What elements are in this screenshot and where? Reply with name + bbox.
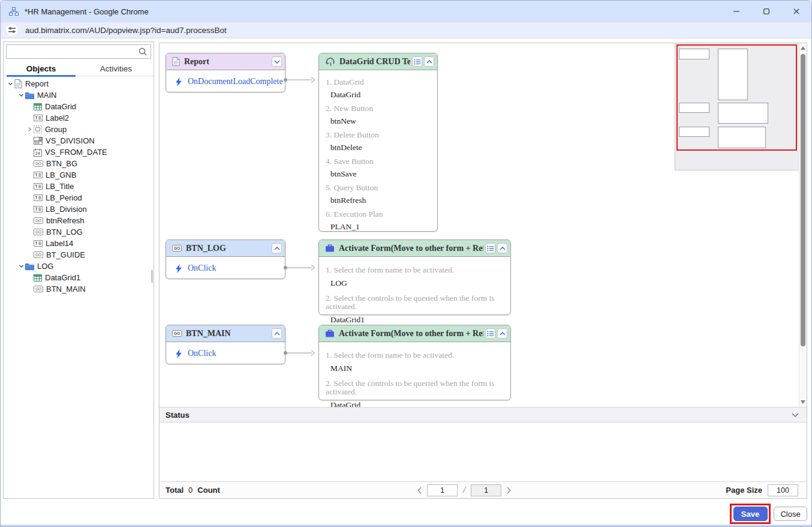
flow-canvas[interactable]: Report OnDocumentLoadComplete DataGrid C… [160, 43, 807, 407]
sidebar-scrollbar[interactable] [151, 270, 153, 283]
chevron-down-icon[interactable] [17, 264, 25, 269]
page-size-input[interactable] [768, 484, 798, 496]
group-icon [34, 125, 42, 133]
label-icon [34, 206, 43, 212]
minimap[interactable] [675, 43, 800, 170]
collapse-toggle-button[interactable] [272, 243, 282, 253]
tune-icon[interactable] [6, 24, 18, 36]
collapse-toggle-button[interactable] [272, 56, 282, 67]
collapse-toggle-button[interactable] [497, 243, 507, 253]
tree-item-btn-main[interactable]: BTN_MAIN [4, 283, 154, 295]
status-panel-body [160, 423, 807, 481]
scroll-down-icon[interactable] [801, 400, 805, 404]
node-btn-main-header[interactable]: BTN_MAIN [166, 325, 285, 342]
tree-item-vs-division[interactable]: VS_DIVISION [4, 135, 154, 146]
scrollbar-thumb[interactable] [801, 54, 805, 346]
tree-item-label14[interactable]: Label14 [4, 238, 154, 249]
scroll-up-icon[interactable] [801, 46, 805, 50]
browser-window: *HR Management - Google Chrome aud.bimat… [0, 0, 812, 527]
list-menu-button[interactable] [412, 56, 422, 67]
node-activate-log-items: 1. Select the form name to be activated.… [319, 257, 510, 324]
tab-objects[interactable]: Objects [4, 62, 79, 76]
tree-item-vs-from-date[interactable]: VS_FROM_DATE [4, 146, 154, 158]
node-activate-form-log[interactable]: Activate Form(Move to other form + Refre… [318, 239, 511, 315]
node-activate-log-header[interactable]: Activate Form(Move to other form + Refre… [319, 240, 510, 257]
prev-page-button[interactable] [417, 487, 422, 494]
combobox-icon [34, 137, 43, 145]
tree-item-main[interactable]: MAIN [4, 89, 154, 101]
event-ondocumentloadcomplete[interactable]: OnDocumentLoadComplete [166, 70, 285, 86]
page-size-label: Page Size [726, 486, 762, 495]
tree-item-report[interactable]: Report [4, 78, 154, 89]
collapse-toggle-button[interactable] [497, 328, 507, 339]
lightning-icon [175, 264, 182, 273]
total-count: Total 0 Count [166, 486, 220, 495]
tree-item-group[interactable]: Group [4, 124, 154, 135]
node-activate-form-main[interactable]: Activate Form(Move to other form + Refre… [318, 325, 511, 400]
event-onclick[interactable]: OnClick [166, 257, 285, 273]
node-btn-log-header[interactable]: BTN_LOG [166, 240, 285, 257]
chevron-down-icon[interactable] [17, 92, 25, 98]
node-report-header[interactable]: Report [166, 53, 285, 70]
node-activate-main-items: 1. Select the form name to be activated.… [319, 342, 510, 407]
save-button[interactable]: Save [733, 507, 768, 521]
tree-item-bt-guide[interactable]: BT_GUIDE [4, 249, 154, 260]
node-activate-main-header[interactable]: Activate Form(Move to other form + Refre… [319, 325, 510, 342]
tab-activities[interactable]: Activities [79, 62, 154, 76]
minimize-button[interactable] [721, 1, 751, 22]
node-report[interactable]: Report OnDocumentLoadComplete [166, 53, 285, 92]
briefcase-icon [325, 244, 335, 252]
window-bottom-edge [1, 525, 811, 526]
node-crud-items: 1. DataGrid DataGrid 2. New Button btnNe… [319, 70, 437, 231]
tree-item-lb-period[interactable]: LB_Period [4, 192, 154, 203]
list-menu-button[interactable] [485, 243, 495, 253]
folder-icon [25, 263, 34, 270]
tree-item-datagrid[interactable]: DataGrid [4, 101, 154, 112]
window-title: *HR Management - Google Chrome [25, 7, 149, 16]
status-panel-header[interactable]: Status [160, 407, 807, 423]
object-tree: Report MAIN DataGrid Label2 Group VS_DIV… [4, 78, 154, 497]
sidebar-tabs: Objects Activities [4, 62, 154, 76]
tree-item-lb-division[interactable]: LB_Division [4, 203, 154, 215]
search-input[interactable] [7, 45, 139, 58]
tree-item-btn-log[interactable]: BTN_LOG [4, 226, 154, 238]
node-btn-main[interactable]: BTN_MAIN OnClick [166, 325, 285, 364]
chevron-down-icon[interactable] [792, 413, 801, 417]
list-menu-button[interactable] [485, 328, 495, 339]
page-separator: / [463, 485, 465, 495]
close-button[interactable]: Close [774, 507, 807, 521]
canvas-scrollbar[interactable] [799, 43, 807, 407]
node-datagrid-crud-template[interactable]: DataGrid CRUD Templa 1. DataGrid DataGri… [318, 53, 438, 232]
node-crud-header[interactable]: DataGrid CRUD Templa [319, 53, 437, 70]
minimap-node [718, 127, 766, 148]
close-window-button[interactable] [781, 1, 811, 22]
tree-item-lb-title[interactable]: LB_Title [4, 181, 154, 192]
minimap-node [679, 49, 709, 59]
sitemap-icon [9, 7, 19, 16]
page-size-group: Page Size [726, 484, 798, 496]
search-icon[interactable] [139, 47, 147, 56]
collapse-toggle-button[interactable] [424, 56, 434, 67]
chevron-right-icon[interactable] [26, 127, 34, 132]
event-onclick[interactable]: OnClick [166, 342, 285, 358]
go-button-icon [34, 286, 43, 292]
go-button-icon [34, 160, 43, 167]
maximize-button[interactable] [751, 1, 781, 22]
calendar-icon [34, 148, 42, 157]
node-btn-log[interactable]: BTN_LOG OnClick [166, 239, 285, 279]
minimap-node [718, 49, 748, 100]
grid-icon [34, 103, 42, 110]
lightning-icon [175, 77, 182, 86]
tree-item-label2[interactable]: Label2 [4, 112, 154, 124]
tree-item-btnrefresh[interactable]: btnRefresh [4, 215, 154, 226]
current-page-input[interactable] [427, 484, 458, 496]
tree-item-btn-bg[interactable]: BTN_BG [4, 158, 154, 169]
chevron-down-icon[interactable] [7, 81, 14, 86]
tree-item-lb-gnb[interactable]: LB_GNB [4, 169, 154, 181]
collapse-toggle-button[interactable] [272, 328, 282, 339]
tree-item-log[interactable]: LOG [4, 260, 154, 272]
tree-item-datagrid1[interactable]: DataGrid1 [4, 272, 154, 283]
address-bar[interactable]: aud.bimatrix.com/AUD/popview.jsp?id=aud7… [1, 22, 811, 38]
next-page-button[interactable] [507, 487, 511, 494]
go-button-icon [34, 217, 43, 224]
